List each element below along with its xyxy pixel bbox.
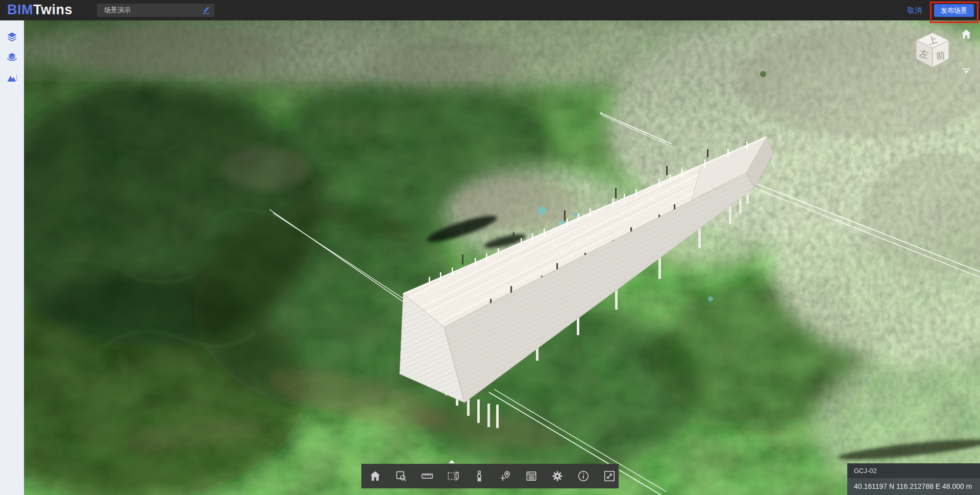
ruler-icon — [421, 469, 434, 483]
map-pin-axes-icon — [499, 469, 512, 483]
sidebar-item-terrain[interactable] — [0, 67, 24, 88]
collapse-chevron-icon — [960, 64, 972, 77]
publish-scene-button[interactable]: 发布场景 — [934, 4, 974, 17]
tool-fullscreen-button[interactable] — [602, 469, 617, 483]
section-clip-icon — [447, 469, 460, 483]
home-icon — [960, 28, 972, 40]
tool-settings-button[interactable] — [550, 469, 565, 483]
tool-measure-button[interactable] — [420, 469, 434, 483]
gear-icon — [551, 469, 564, 483]
map-canvas[interactable] — [24, 20, 980, 495]
box-select-icon — [395, 469, 408, 483]
tool-info-button[interactable] — [576, 469, 591, 483]
view-cube[interactable]: 上 左 前 — [908, 27, 957, 76]
scene-viewport: 上 左 前 — [24, 20, 980, 495]
viewer-toolbar — [361, 464, 619, 488]
view-cube-front-label: 前 — [936, 50, 946, 61]
model-cube-icon — [6, 52, 18, 63]
logo-bim: BIM — [7, 2, 33, 17]
list-panel-icon — [525, 469, 538, 483]
cancel-button[interactable]: 取消 — [908, 0, 922, 20]
status-panel: GCJ-02 40.161197 N 116.212788 E 48.000 m — [847, 463, 980, 495]
person-icon — [473, 469, 486, 483]
layers-icon — [6, 31, 18, 43]
logo-twins: Twins — [33, 2, 72, 17]
tool-area-select-button[interactable] — [394, 469, 408, 483]
tool-person-view-button[interactable] — [472, 469, 486, 483]
crs-label: GCJ-02 — [847, 463, 980, 478]
tool-location-button[interactable] — [498, 469, 512, 483]
tool-home-button[interactable] — [368, 469, 382, 483]
tool-section-button[interactable] — [446, 469, 460, 483]
scene-name-input[interactable] — [97, 4, 214, 17]
app-logo: BIMTwins — [7, 2, 72, 18]
reset-view-home-button[interactable] — [960, 28, 972, 40]
info-icon — [577, 469, 590, 483]
sidebar-item-model[interactable] — [0, 47, 24, 67]
collapse-controls-button[interactable] — [960, 64, 972, 77]
bimtwins-app: BIMTwins 取消 发布场景 — [0, 0, 980, 495]
sidebar-item-layers[interactable] — [0, 27, 24, 47]
tool-list-button[interactable] — [524, 469, 538, 483]
left-tool-rail — [0, 20, 24, 495]
pencil-edit-icon[interactable] — [202, 6, 211, 15]
home-icon — [369, 469, 382, 483]
fullscreen-icon — [603, 469, 616, 483]
scene-name-field-wrap — [97, 4, 214, 17]
tool-popup-indicator — [449, 460, 455, 463]
coordinates-readout: 40.161197 N 116.212788 E 48.000 m — [847, 478, 980, 495]
top-bar: BIMTwins 取消 发布场景 — [0, 0, 980, 20]
terrain-analysis-icon — [6, 72, 18, 84]
